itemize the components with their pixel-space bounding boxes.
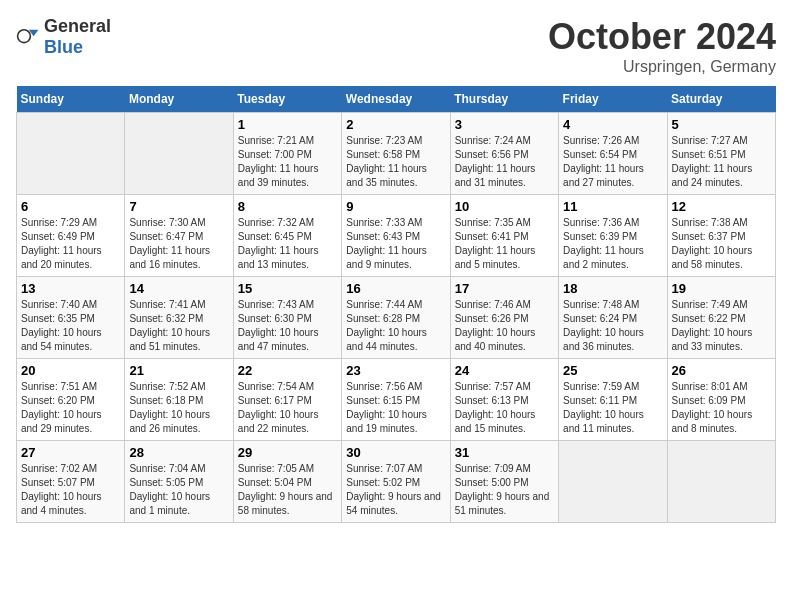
calendar-cell: 15Sunrise: 7:43 AMSunset: 6:30 PMDayligh…: [233, 277, 341, 359]
day-number: 1: [238, 117, 337, 132]
day-number: 26: [672, 363, 771, 378]
day-number: 3: [455, 117, 554, 132]
calendar-cell: 6Sunrise: 7:29 AMSunset: 6:49 PMDaylight…: [17, 195, 125, 277]
day-info: Sunrise: 7:44 AMSunset: 6:28 PMDaylight:…: [346, 298, 445, 354]
day-info: Sunrise: 7:46 AMSunset: 6:26 PMDaylight:…: [455, 298, 554, 354]
calendar-cell: 2Sunrise: 7:23 AMSunset: 6:58 PMDaylight…: [342, 113, 450, 195]
day-info: Sunrise: 7:54 AMSunset: 6:17 PMDaylight:…: [238, 380, 337, 436]
day-number: 16: [346, 281, 445, 296]
calendar-week-row: 1Sunrise: 7:21 AMSunset: 7:00 PMDaylight…: [17, 113, 776, 195]
day-number: 13: [21, 281, 120, 296]
calendar-cell: 29Sunrise: 7:05 AMSunset: 5:04 PMDayligh…: [233, 441, 341, 523]
day-info: Sunrise: 7:29 AMSunset: 6:49 PMDaylight:…: [21, 216, 120, 272]
weekday-header-wednesday: Wednesday: [342, 86, 450, 113]
day-number: 23: [346, 363, 445, 378]
day-info: Sunrise: 7:04 AMSunset: 5:05 PMDaylight:…: [129, 462, 228, 518]
month-year-title: October 2024: [548, 16, 776, 58]
calendar-cell: 23Sunrise: 7:56 AMSunset: 6:15 PMDayligh…: [342, 359, 450, 441]
location-subtitle: Urspringen, Germany: [548, 58, 776, 76]
day-info: Sunrise: 7:27 AMSunset: 6:51 PMDaylight:…: [672, 134, 771, 190]
logo: General Blue: [16, 16, 111, 58]
calendar-week-row: 20Sunrise: 7:51 AMSunset: 6:20 PMDayligh…: [17, 359, 776, 441]
calendar-cell: [17, 113, 125, 195]
calendar-week-row: 27Sunrise: 7:02 AMSunset: 5:07 PMDayligh…: [17, 441, 776, 523]
calendar-week-row: 13Sunrise: 7:40 AMSunset: 6:35 PMDayligh…: [17, 277, 776, 359]
day-number: 30: [346, 445, 445, 460]
calendar-cell: 13Sunrise: 7:40 AMSunset: 6:35 PMDayligh…: [17, 277, 125, 359]
day-number: 14: [129, 281, 228, 296]
day-info: Sunrise: 7:32 AMSunset: 6:45 PMDaylight:…: [238, 216, 337, 272]
calendar-cell: 12Sunrise: 7:38 AMSunset: 6:37 PMDayligh…: [667, 195, 775, 277]
calendar-cell: 31Sunrise: 7:09 AMSunset: 5:00 PMDayligh…: [450, 441, 558, 523]
day-info: Sunrise: 7:48 AMSunset: 6:24 PMDaylight:…: [563, 298, 662, 354]
calendar-cell: [667, 441, 775, 523]
day-number: 4: [563, 117, 662, 132]
day-info: Sunrise: 8:01 AMSunset: 6:09 PMDaylight:…: [672, 380, 771, 436]
day-number: 5: [672, 117, 771, 132]
calendar-cell: 19Sunrise: 7:49 AMSunset: 6:22 PMDayligh…: [667, 277, 775, 359]
day-number: 24: [455, 363, 554, 378]
day-info: Sunrise: 7:35 AMSunset: 6:41 PMDaylight:…: [455, 216, 554, 272]
day-number: 19: [672, 281, 771, 296]
weekday-header-monday: Monday: [125, 86, 233, 113]
calendar-cell: 1Sunrise: 7:21 AMSunset: 7:00 PMDaylight…: [233, 113, 341, 195]
day-info: Sunrise: 7:21 AMSunset: 7:00 PMDaylight:…: [238, 134, 337, 190]
calendar-cell: 5Sunrise: 7:27 AMSunset: 6:51 PMDaylight…: [667, 113, 775, 195]
calendar-cell: 3Sunrise: 7:24 AMSunset: 6:56 PMDaylight…: [450, 113, 558, 195]
weekday-header-row: SundayMondayTuesdayWednesdayThursdayFrid…: [17, 86, 776, 113]
calendar-cell: 18Sunrise: 7:48 AMSunset: 6:24 PMDayligh…: [559, 277, 667, 359]
calendar-cell: 8Sunrise: 7:32 AMSunset: 6:45 PMDaylight…: [233, 195, 341, 277]
logo-text: General Blue: [44, 16, 111, 58]
logo-icon: [16, 25, 40, 49]
day-number: 25: [563, 363, 662, 378]
day-number: 21: [129, 363, 228, 378]
page-header: General Blue October 2024 Urspringen, Ge…: [16, 16, 776, 76]
calendar-cell: 28Sunrise: 7:04 AMSunset: 5:05 PMDayligh…: [125, 441, 233, 523]
weekday-header-thursday: Thursday: [450, 86, 558, 113]
day-info: Sunrise: 7:41 AMSunset: 6:32 PMDaylight:…: [129, 298, 228, 354]
calendar-cell: 10Sunrise: 7:35 AMSunset: 6:41 PMDayligh…: [450, 195, 558, 277]
calendar-cell: 26Sunrise: 8:01 AMSunset: 6:09 PMDayligh…: [667, 359, 775, 441]
calendar-cell: 9Sunrise: 7:33 AMSunset: 6:43 PMDaylight…: [342, 195, 450, 277]
weekday-header-saturday: Saturday: [667, 86, 775, 113]
day-number: 27: [21, 445, 120, 460]
day-info: Sunrise: 7:43 AMSunset: 6:30 PMDaylight:…: [238, 298, 337, 354]
day-info: Sunrise: 7:30 AMSunset: 6:47 PMDaylight:…: [129, 216, 228, 272]
day-number: 20: [21, 363, 120, 378]
calendar-cell: 16Sunrise: 7:44 AMSunset: 6:28 PMDayligh…: [342, 277, 450, 359]
day-info: Sunrise: 7:23 AMSunset: 6:58 PMDaylight:…: [346, 134, 445, 190]
day-number: 29: [238, 445, 337, 460]
weekday-header-friday: Friday: [559, 86, 667, 113]
calendar-cell: 11Sunrise: 7:36 AMSunset: 6:39 PMDayligh…: [559, 195, 667, 277]
weekday-header-tuesday: Tuesday: [233, 86, 341, 113]
calendar-cell: [559, 441, 667, 523]
day-info: Sunrise: 7:07 AMSunset: 5:02 PMDaylight:…: [346, 462, 445, 518]
day-number: 10: [455, 199, 554, 214]
calendar-cell: 24Sunrise: 7:57 AMSunset: 6:13 PMDayligh…: [450, 359, 558, 441]
calendar-cell: 17Sunrise: 7:46 AMSunset: 6:26 PMDayligh…: [450, 277, 558, 359]
day-number: 31: [455, 445, 554, 460]
day-info: Sunrise: 7:56 AMSunset: 6:15 PMDaylight:…: [346, 380, 445, 436]
calendar-cell: 25Sunrise: 7:59 AMSunset: 6:11 PMDayligh…: [559, 359, 667, 441]
calendar-week-row: 6Sunrise: 7:29 AMSunset: 6:49 PMDaylight…: [17, 195, 776, 277]
day-number: 18: [563, 281, 662, 296]
calendar-cell: 30Sunrise: 7:07 AMSunset: 5:02 PMDayligh…: [342, 441, 450, 523]
day-info: Sunrise: 7:40 AMSunset: 6:35 PMDaylight:…: [21, 298, 120, 354]
day-info: Sunrise: 7:05 AMSunset: 5:04 PMDaylight:…: [238, 462, 337, 518]
calendar-cell: [125, 113, 233, 195]
day-number: 9: [346, 199, 445, 214]
calendar-cell: 21Sunrise: 7:52 AMSunset: 6:18 PMDayligh…: [125, 359, 233, 441]
day-number: 11: [563, 199, 662, 214]
day-number: 15: [238, 281, 337, 296]
day-number: 7: [129, 199, 228, 214]
logo-general: General: [44, 16, 111, 36]
day-number: 2: [346, 117, 445, 132]
calendar-table: SundayMondayTuesdayWednesdayThursdayFrid…: [16, 86, 776, 523]
calendar-cell: 27Sunrise: 7:02 AMSunset: 5:07 PMDayligh…: [17, 441, 125, 523]
day-info: Sunrise: 7:51 AMSunset: 6:20 PMDaylight:…: [21, 380, 120, 436]
day-number: 6: [21, 199, 120, 214]
calendar-cell: 7Sunrise: 7:30 AMSunset: 6:47 PMDaylight…: [125, 195, 233, 277]
day-number: 8: [238, 199, 337, 214]
day-info: Sunrise: 7:33 AMSunset: 6:43 PMDaylight:…: [346, 216, 445, 272]
day-info: Sunrise: 7:38 AMSunset: 6:37 PMDaylight:…: [672, 216, 771, 272]
